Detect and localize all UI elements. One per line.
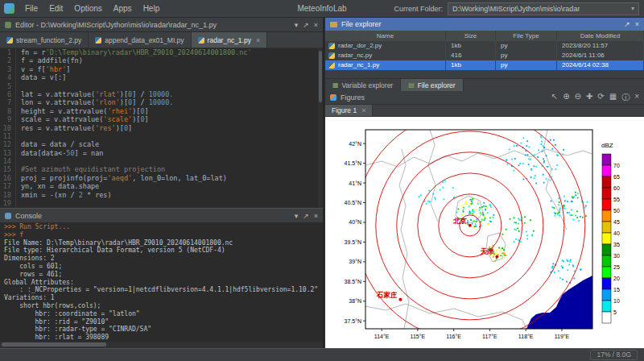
radar-echo	[556, 164, 558, 166]
radar-echo	[575, 192, 576, 193]
code-token: lon = v.attrvalue(	[21, 98, 95, 106]
colorbar-segment	[602, 222, 611, 233]
grid-icon[interactable]: ▦	[609, 92, 617, 103]
menu-item-help[interactable]: Help	[138, 0, 166, 17]
code-line[interactable]: 11	[0, 132, 318, 140]
radar-echo	[480, 212, 481, 214]
radar-echo	[493, 256, 494, 258]
figure-tab[interactable]: Figure 1 ×	[325, 105, 373, 116]
radar-echo	[481, 206, 483, 208]
editor-tabbar: stream_function_2.pyappend_data_ex01_MI.…	[0, 32, 323, 48]
editor-tab[interactable]: radar_nc_1.py×	[192, 32, 268, 48]
table-row[interactable]: radar_nc.py416py2024/6/1 11:06	[325, 51, 644, 60]
column-header[interactable]: Date Modified	[557, 31, 644, 41]
code-area[interactable]: 1fn = r'D:\Temp\binary\radar\HBR_Z9010_2…	[0, 48, 318, 208]
radar-echo	[572, 264, 574, 266]
collapse-icon[interactable]: ▾	[295, 212, 299, 220]
close-icon[interactable]: ×	[634, 92, 639, 103]
app-logo-icon	[4, 3, 14, 14]
pan-icon[interactable]: ✚	[586, 92, 592, 103]
radar-echo	[587, 201, 588, 203]
y-tick-label: 40.5°N	[345, 200, 361, 205]
code-line[interactable]: 7lon = v.attrvalue('rlon')[0] / 10000.	[0, 98, 318, 106]
close-icon[interactable]: ×	[314, 212, 318, 220]
x-tick-label: 115°E	[411, 334, 426, 339]
code-line[interactable]: 9scale = v.attrvalue('scale')[0]	[0, 115, 318, 123]
code-line[interactable]: 3v = f['hbr']	[0, 65, 318, 73]
figures-panel: Figures ↖⊕⊖✚⟳▦ⓘ× Figure 1 × 北京天津石家庄114°E…	[325, 91, 644, 348]
radar-echo	[567, 212, 568, 214]
menu-item-options[interactable]: Options	[68, 0, 107, 17]
code-line[interactable]: 4data = v[:]	[0, 73, 318, 81]
table-row[interactable]: radar_dor_2.py1kbpy2023/8/20 11:57	[325, 41, 644, 51]
code-token: ] = nan	[75, 149, 104, 157]
radar-echo	[452, 187, 454, 189]
colorbar-label: 60	[613, 185, 620, 191]
editor-header-icons: ▾↗×	[295, 21, 318, 29]
zoom-in-icon[interactable]: ⊕	[563, 92, 569, 103]
float-icon[interactable]: ↗	[624, 20, 630, 28]
code-line[interactable]: 17yn, xn = data.shape	[0, 182, 318, 190]
float-icon[interactable]: ↗	[303, 212, 309, 220]
tab-variable-explorer[interactable]: ▦Variable explorer	[325, 79, 401, 91]
chevron-down-icon[interactable]: ▾	[631, 5, 634, 12]
code-line[interactable]: 6lat = v.attrvalue('rlat')[0] / 10000.	[0, 90, 318, 98]
file-table-header[interactable]: NameSizeFile TypeDate Modified	[325, 31, 644, 41]
scrollbar-thumb[interactable]	[319, 51, 322, 102]
close-tab-icon[interactable]: ×	[361, 106, 365, 114]
code-line[interactable]: 5	[0, 82, 318, 90]
code-line[interactable]: 14	[0, 157, 318, 165]
code-line[interactable]: 1fn = r'D:\Temp\binary\radar\HBR_Z9010_2…	[0, 48, 318, 56]
radar-echo	[562, 267, 564, 268]
console-line: hbr: :rid = "Z9010"	[4, 318, 323, 326]
console-horizontal-scrollbar[interactable]	[0, 342, 323, 348]
radar-echo	[429, 201, 431, 202]
code-line[interactable]: 13data[data<-50] = nan	[0, 149, 318, 157]
zoom-out-icon[interactable]: ⊖	[575, 92, 581, 103]
column-header[interactable]: File Type	[496, 31, 557, 41]
code-line[interactable]: 16proj = projinfo(proj='aeqd', lon_0=lon…	[0, 174, 318, 182]
code-line[interactable]: 8height = v.attrvalue('rhei')[0]	[0, 107, 318, 115]
radar-echo	[470, 199, 472, 201]
scrollbar-thumb[interactable]	[2, 342, 106, 346]
close-icon[interactable]: ×	[314, 21, 318, 29]
info-icon[interactable]: ⓘ	[621, 92, 630, 103]
close-icon[interactable]: ×	[635, 20, 639, 28]
code-line[interactable]: 10res = v.attrvalue('res')[0]	[0, 124, 318, 132]
radar-echo	[472, 214, 473, 215]
memory-indicator[interactable]: 17% / 8.0G	[590, 350, 638, 360]
column-header[interactable]: Size	[446, 31, 496, 41]
rotate-icon[interactable]: ⟳	[597, 92, 604, 103]
close-tab-icon[interactable]: ×	[256, 36, 260, 44]
radar-echo	[469, 205, 470, 207]
code-token: proj = projinfo(proj=	[21, 174, 107, 182]
menu-item-edit[interactable]: Edit	[43, 0, 68, 17]
code-line[interactable]: 19	[0, 199, 318, 207]
code-line[interactable]: 18xmin = -(xn / 2 * res)	[0, 191, 318, 199]
pointer-icon[interactable]: ↖	[551, 92, 558, 103]
column-header[interactable]: Name	[325, 31, 446, 41]
radar-echo	[511, 159, 513, 160]
editor-tab[interactable]: append_data_ex01_MI.py	[89, 32, 191, 48]
console-output[interactable]: >>> Run Script...>>> fFile Name: D:\Temp…	[0, 223, 323, 342]
code-line[interactable]: 15#Set azimuth equidistant projection	[0, 165, 318, 173]
table-row[interactable]: radar_nc_1.py1kbpy2024/6/14 02:38	[325, 60, 644, 70]
colorbar-segment	[602, 267, 611, 278]
radar-echo	[526, 140, 528, 142]
float-icon[interactable]: ↗	[303, 21, 309, 29]
radar-echo	[559, 215, 560, 217]
radar-echo	[559, 207, 561, 209]
code-line[interactable]: 2f = addfile(fn)	[0, 56, 318, 64]
tab-file-explorer[interactable]: ▤File explorer	[401, 79, 463, 91]
menu-item-file[interactable]: File	[19, 0, 43, 17]
editor-vertical-scrollbar[interactable]	[318, 48, 323, 208]
collapse-icon[interactable]: ▾	[295, 21, 299, 29]
code-line[interactable]: 12data = data / scale	[0, 140, 318, 148]
radar-echo	[529, 147, 530, 148]
current-folder-combobox[interactable]: D:\Working\MIScript\Jython\mis\io\radar …	[448, 2, 639, 15]
figure-area[interactable]: 北京天津石家庄114°E115°E116°E117°E118°E119°E37.…	[325, 117, 644, 348]
radar-echo	[528, 158, 530, 160]
file-size-cell: 416	[446, 51, 496, 60]
editor-tab[interactable]: stream_function_2.py	[0, 32, 89, 48]
menu-item-apps[interactable]: Apps	[108, 0, 138, 17]
